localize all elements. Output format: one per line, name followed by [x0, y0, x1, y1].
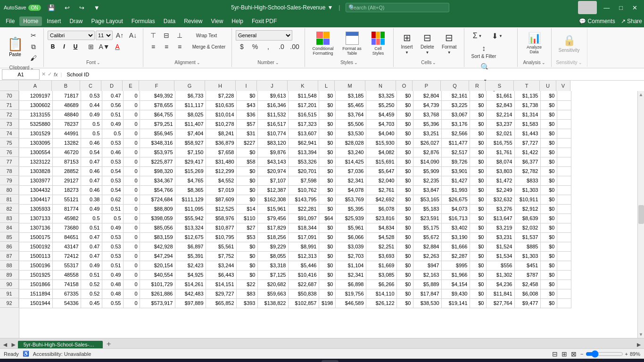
cell-84-16[interactable]: $3,402 — [441, 223, 470, 232]
cell-80-2[interactable]: 0.46 — [81, 185, 102, 195]
cell-88-18[interactable]: $556 — [486, 261, 514, 270]
cell-90-16[interactable]: $4,154 — [441, 280, 470, 289]
cell-77-7[interactable]: $31,480 — [206, 157, 236, 166]
cell-88-17[interactable]: $0 — [470, 261, 486, 270]
table-row[interactable]: 1323122871530.470.530$225,877$29,417$31,… — [19, 157, 571, 166]
merge-center-button[interactable]: Merge & Center — [190, 41, 228, 52]
table-row[interactable]: 1304432182730.460.540$54,766$8,365$7,019… — [19, 185, 571, 195]
cell-88-12[interactable]: $1,104 — [335, 261, 366, 270]
row-header-80[interactable]: 80 — [0, 185, 19, 195]
table-row[interactable]: 1511894673350.520.480$261,886$42,483$29,… — [19, 289, 571, 298]
cell-88-21[interactable] — [557, 261, 571, 270]
cell-77-6[interactable]: $29,417 — [175, 157, 206, 166]
table-row[interactable]: 5325880782370.50.490$79,251$11,407$10,27… — [19, 119, 571, 129]
row-header-75[interactable]: 75 — [0, 138, 19, 148]
cell-73-16[interactable]: $3,176 — [441, 119, 470, 129]
cell-78-17[interactable]: $0 — [470, 166, 486, 176]
cell-85-21[interactable] — [557, 232, 571, 242]
cell-85-8[interactable]: $53 — [236, 232, 257, 242]
cell-89-7[interactable]: $6,443 — [206, 270, 236, 280]
cell-70-20[interactable]: $0 — [540, 91, 557, 100]
align-middle-button[interactable]: ⊟ — [160, 30, 173, 41]
cell-83-18[interactable]: $13,647 — [486, 214, 514, 223]
cell-71-11[interactable]: $0 — [319, 100, 335, 110]
cell-81-0[interactable]: 1304417 — [19, 195, 52, 204]
cell-90-2[interactable]: 0.52 — [81, 280, 102, 289]
cell-78-16[interactable]: $3,901 — [441, 166, 470, 176]
cell-85-5[interactable]: $83,159 — [140, 232, 175, 242]
cell-78-1[interactable]: 28852 — [52, 166, 81, 176]
cell-86-19[interactable]: $885 — [514, 242, 540, 251]
cell-72-10[interactable]: $16,515 — [288, 110, 319, 119]
cell-74-8[interactable]: $31 — [236, 129, 257, 138]
cell-89-16[interactable]: $1,966 — [441, 270, 470, 280]
menu-view[interactable]: View — [207, 16, 227, 26]
cell-91-20[interactable]: $0 — [540, 289, 557, 298]
cell-75-12[interactable]: $28,028 — [335, 138, 366, 148]
cell-81-17[interactable]: $0 — [470, 195, 486, 204]
cell-72-2[interactable]: 0.49 — [81, 110, 102, 119]
zoom-out-icon[interactable]: − — [580, 351, 583, 357]
cell-88-19[interactable]: $451 — [514, 261, 540, 270]
cell-78-20[interactable]: $0 — [540, 166, 557, 176]
cell-79-12[interactable]: $2,341 — [335, 176, 366, 185]
cell-86-2[interactable]: 0.47 — [81, 242, 102, 251]
cell-89-5[interactable]: $40,554 — [140, 270, 175, 280]
cell-84-20[interactable]: $0 — [540, 223, 557, 232]
cell-73-0[interactable]: 5325880 — [19, 119, 52, 129]
cell-80-8[interactable]: $0 — [236, 185, 257, 195]
cell-92-8[interactable]: $393 — [236, 298, 257, 308]
scroll-up-icon[interactable]: ▲ — [639, 92, 644, 97]
cell-78-21[interactable] — [557, 166, 571, 176]
cell-71-10[interactable]: $17,201 — [288, 100, 319, 110]
cell-72-8[interactable]: $36 — [236, 110, 257, 119]
row-header-82[interactable]: 82 — [0, 204, 19, 214]
cell-89-18[interactable]: $1,302 — [486, 270, 514, 280]
cell-92-20[interactable]: $0 — [540, 298, 557, 308]
autosave-state[interactable]: ON — [28, 5, 41, 11]
cell-77-5[interactable]: $225,877 — [140, 157, 175, 166]
cell-91-0[interactable]: 1511894 — [19, 289, 52, 298]
cell-87-3[interactable]: 0.53 — [102, 251, 123, 261]
cell-90-4[interactable]: 0 — [123, 280, 140, 289]
cell-71-15[interactable]: $4,739 — [413, 100, 441, 110]
cell-86-0[interactable]: 1500192 — [19, 242, 52, 251]
col-header-n[interactable]: N — [365, 81, 396, 91]
taskbar-edge-icon[interactable]: ⊕ — [178, 360, 195, 362]
wrap-text-button[interactable]: Wrap Text — [190, 30, 223, 41]
cell-81-19[interactable]: $10,911 — [514, 195, 540, 204]
cell-78-4[interactable]: 0 — [123, 166, 140, 176]
cell-85-6[interactable]: $12,675 — [175, 232, 206, 242]
cell-78-15[interactable]: $5,909 — [413, 166, 441, 176]
taskbar-maps-icon[interactable]: 🗺 — [232, 360, 249, 362]
cell-88-10[interactable]: $5,446 — [288, 261, 319, 270]
cell-84-14[interactable]: $0 — [396, 223, 413, 232]
cell-79-5[interactable]: $34,367 — [140, 176, 175, 185]
table-row[interactable]: 1501866741580.520.480$101,729$14,261$14,… — [19, 280, 571, 289]
cell-76-12[interactable]: $3,240 — [335, 148, 366, 157]
cell-75-2[interactable]: 0.46 — [81, 138, 102, 148]
cell-73-20[interactable]: $0 — [540, 119, 557, 129]
conditional-formatting-button[interactable]: Conditional Formatting — [309, 30, 337, 58]
cell-90-1[interactable]: 74158 — [52, 280, 81, 289]
cell-86-6[interactable]: $6,897 — [175, 242, 206, 251]
copy-button[interactable]: ⧉ — [27, 41, 40, 52]
cell-84-2[interactable]: 0.51 — [81, 223, 102, 232]
cell-79-0[interactable]: 1303977 — [19, 176, 52, 185]
cell-87-0[interactable]: 1500113 — [19, 251, 52, 261]
cell-70-19[interactable]: $1,135 — [514, 91, 540, 100]
table-row[interactable]: 1501944543360.450.550$573,917$97,889$65,… — [19, 298, 571, 308]
cell-82-19[interactable]: $2,912 — [514, 204, 540, 214]
cell-87-18[interactable]: $1,534 — [486, 251, 514, 261]
menu-draw[interactable]: Draw — [66, 16, 86, 26]
cell-85-17[interactable]: $0 — [470, 232, 486, 242]
cell-77-2[interactable]: 0.47 — [81, 157, 102, 166]
row-header-72[interactable]: 72 — [0, 110, 19, 119]
cell-83-3[interactable]: 0.5 — [102, 214, 123, 223]
cell-91-11[interactable]: $0 — [319, 289, 335, 298]
cell-83-0[interactable]: 1307133 — [19, 214, 52, 223]
cell-83-13[interactable]: $23,816 — [366, 214, 396, 223]
table-row[interactable]: 1300554467200.540.460$53,975$7,150$7,658… — [19, 148, 571, 157]
cell-78-3[interactable]: 0.54 — [102, 166, 123, 176]
cell-72-12[interactable]: $3,764 — [335, 110, 366, 119]
